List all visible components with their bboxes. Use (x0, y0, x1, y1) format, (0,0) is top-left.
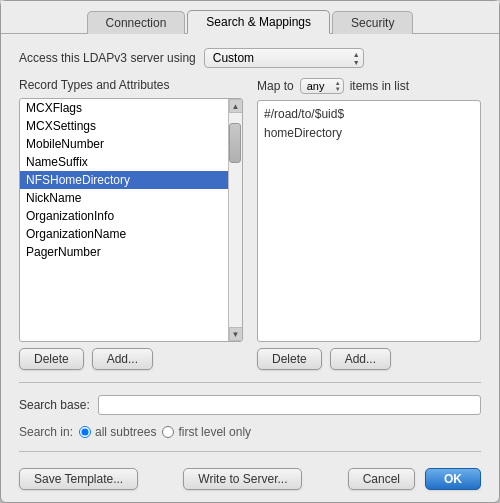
scroll-down-icon[interactable]: ▼ (229, 327, 243, 341)
left-button-row: Delete Add... (19, 348, 243, 370)
access-dropdown[interactable]: Custom Open Directory Active Directory R… (204, 48, 364, 68)
search-base-input[interactable] (98, 395, 481, 415)
radio-first-level-input[interactable] (162, 426, 174, 438)
list-item[interactable]: MCXFlags (20, 99, 228, 117)
list-item[interactable]: NameSuffix (20, 153, 228, 171)
radio-all-subtrees-input[interactable] (79, 426, 91, 438)
list-item[interactable]: MobileNumber (20, 135, 228, 153)
bottom-center: Write to Server... (183, 468, 302, 490)
list-item[interactable]: OrganizationName (20, 225, 228, 243)
search-base-label: Search base: (19, 398, 90, 412)
left-column: Record Types and Attributes MCXFlags MCX… (19, 78, 243, 370)
left-col-header: Record Types and Attributes (19, 78, 243, 92)
right-column: Map to any all ▲▼ items in list #/road/t… (257, 78, 481, 370)
list-item[interactable]: MCXSettings (20, 117, 228, 135)
map-list-item[interactable]: #/road/to/$uid$ (264, 105, 474, 124)
bottom-right: Cancel OK (348, 468, 481, 490)
right-delete-button[interactable]: Delete (257, 348, 322, 370)
search-in-row: Search in: all subtrees first level only (19, 425, 481, 439)
divider (19, 382, 481, 383)
window: Connection Search & Mappings Security Ac… (0, 0, 500, 503)
radio-first-level[interactable]: first level only (162, 425, 251, 439)
radio-first-level-label: first level only (178, 425, 251, 439)
map-to-row: Map to any all ▲▼ items in list (257, 78, 481, 94)
bottom-left: Save Template... (19, 468, 138, 490)
record-types-list-box: MCXFlags MCXSettings MobileNumber NameSu… (19, 98, 243, 342)
tab-search-mappings[interactable]: Search & Mappings (187, 10, 330, 34)
list-item[interactable]: PagerNumber (20, 243, 228, 261)
write-to-server-button[interactable]: Write to Server... (183, 468, 302, 490)
access-label: Access this LDAPv3 server using (19, 51, 196, 65)
scroll-track[interactable] (229, 113, 242, 327)
tab-connection[interactable]: Connection (87, 11, 186, 34)
map-items-list: #/road/to/$uid$ homeDirectory (257, 100, 481, 342)
tab-security[interactable]: Security (332, 11, 413, 34)
cancel-button[interactable]: Cancel (348, 468, 415, 490)
list-item[interactable]: NickName (20, 189, 228, 207)
radio-all-subtrees[interactable]: all subtrees (79, 425, 156, 439)
map-list-item[interactable]: homeDirectory (264, 124, 474, 143)
scroll-thumb[interactable] (229, 123, 241, 163)
list-scrollbar: ▲ ▼ (228, 99, 242, 341)
save-template-button[interactable]: Save Template... (19, 468, 138, 490)
map-to-label: Map to (257, 79, 294, 93)
list-item-selected[interactable]: NFSHomeDirectory (20, 171, 228, 189)
items-in-list-label: items in list (350, 79, 409, 93)
scroll-up-icon[interactable]: ▲ (229, 99, 243, 113)
access-row: Access this LDAPv3 server using Custom O… (19, 48, 481, 68)
right-add-button[interactable]: Add... (330, 348, 391, 370)
bottom-row: Save Template... Write to Server... Canc… (19, 464, 481, 490)
divider2 (19, 451, 481, 452)
record-types-list[interactable]: MCXFlags MCXSettings MobileNumber NameSu… (20, 99, 228, 341)
left-add-button[interactable]: Add... (92, 348, 153, 370)
map-to-dropdown-container: any all ▲▼ (300, 78, 344, 94)
radio-all-subtrees-label: all subtrees (95, 425, 156, 439)
two-col-layout: Record Types and Attributes MCXFlags MCX… (19, 78, 481, 370)
left-delete-button[interactable]: Delete (19, 348, 84, 370)
ok-button[interactable]: OK (425, 468, 481, 490)
search-base-row: Search base: (19, 395, 481, 415)
access-dropdown-container: Custom Open Directory Active Directory R… (204, 48, 364, 68)
list-item[interactable]: OrganizationInfo (20, 207, 228, 225)
right-button-row: Delete Add... (257, 348, 481, 370)
search-in-label: Search in: (19, 425, 73, 439)
content-area: Access this LDAPv3 server using Custom O… (1, 34, 499, 502)
tab-bar: Connection Search & Mappings Security (1, 1, 499, 34)
map-to-dropdown[interactable]: any all (300, 78, 344, 94)
